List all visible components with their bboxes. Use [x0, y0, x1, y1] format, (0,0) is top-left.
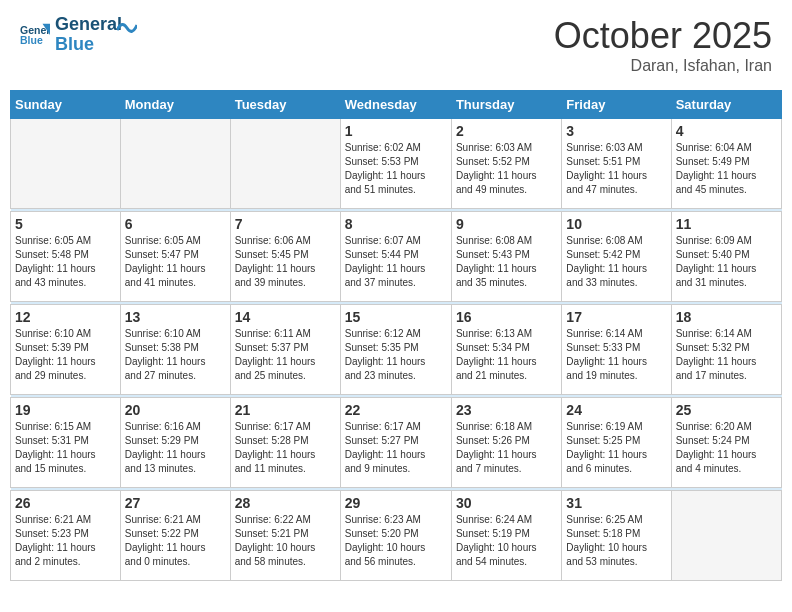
calendar-cell: 27Sunrise: 6:21 AM Sunset: 5:22 PM Dayli…: [120, 491, 230, 581]
weekday-header-sunday: Sunday: [11, 91, 121, 119]
location-subtitle: Daran, Isfahan, Iran: [554, 57, 772, 75]
day-info: Sunrise: 6:25 AM Sunset: 5:18 PM Dayligh…: [566, 513, 666, 569]
day-number: 6: [125, 216, 226, 232]
day-number: 21: [235, 402, 336, 418]
day-info: Sunrise: 6:09 AM Sunset: 5:40 PM Dayligh…: [676, 234, 777, 290]
day-number: 25: [676, 402, 777, 418]
calendar-cell: [671, 491, 781, 581]
day-info: Sunrise: 6:21 AM Sunset: 5:22 PM Dayligh…: [125, 513, 226, 569]
day-number: 2: [456, 123, 557, 139]
weekday-header-tuesday: Tuesday: [230, 91, 340, 119]
day-info: Sunrise: 6:10 AM Sunset: 5:38 PM Dayligh…: [125, 327, 226, 383]
calendar-week-1: 1Sunrise: 6:02 AM Sunset: 5:53 PM Daylig…: [11, 119, 782, 209]
day-info: Sunrise: 6:06 AM Sunset: 5:45 PM Dayligh…: [235, 234, 336, 290]
logo: General Blue General Blue: [20, 15, 137, 55]
calendar-week-2: 5Sunrise: 6:05 AM Sunset: 5:48 PM Daylig…: [11, 212, 782, 302]
day-info: Sunrise: 6:20 AM Sunset: 5:24 PM Dayligh…: [676, 420, 777, 476]
page-header: General Blue General Blue October 2025 D…: [10, 10, 782, 80]
svg-text:Blue: Blue: [20, 34, 43, 46]
calendar-cell: 7Sunrise: 6:06 AM Sunset: 5:45 PM Daylig…: [230, 212, 340, 302]
day-number: 4: [676, 123, 777, 139]
calendar-cell: [11, 119, 121, 209]
day-info: Sunrise: 6:05 AM Sunset: 5:48 PM Dayligh…: [15, 234, 116, 290]
calendar-cell: 9Sunrise: 6:08 AM Sunset: 5:43 PM Daylig…: [451, 212, 561, 302]
weekday-header-wednesday: Wednesday: [340, 91, 451, 119]
day-info: Sunrise: 6:02 AM Sunset: 5:53 PM Dayligh…: [345, 141, 447, 197]
calendar-cell: 20Sunrise: 6:16 AM Sunset: 5:29 PM Dayli…: [120, 398, 230, 488]
day-number: 15: [345, 309, 447, 325]
day-number: 17: [566, 309, 666, 325]
day-number: 28: [235, 495, 336, 511]
calendar-cell: 16Sunrise: 6:13 AM Sunset: 5:34 PM Dayli…: [451, 305, 561, 395]
title-section: October 2025 Daran, Isfahan, Iran: [554, 15, 772, 75]
day-number: 5: [15, 216, 116, 232]
calendar-cell: 26Sunrise: 6:21 AM Sunset: 5:23 PM Dayli…: [11, 491, 121, 581]
logo-wave-icon: [117, 20, 137, 45]
logo-blue: Blue: [55, 35, 122, 55]
day-info: Sunrise: 6:13 AM Sunset: 5:34 PM Dayligh…: [456, 327, 557, 383]
day-info: Sunrise: 6:12 AM Sunset: 5:35 PM Dayligh…: [345, 327, 447, 383]
day-info: Sunrise: 6:11 AM Sunset: 5:37 PM Dayligh…: [235, 327, 336, 383]
day-number: 24: [566, 402, 666, 418]
day-info: Sunrise: 6:08 AM Sunset: 5:43 PM Dayligh…: [456, 234, 557, 290]
day-info: Sunrise: 6:14 AM Sunset: 5:33 PM Dayligh…: [566, 327, 666, 383]
day-info: Sunrise: 6:04 AM Sunset: 5:49 PM Dayligh…: [676, 141, 777, 197]
day-info: Sunrise: 6:23 AM Sunset: 5:20 PM Dayligh…: [345, 513, 447, 569]
calendar-cell: 23Sunrise: 6:18 AM Sunset: 5:26 PM Dayli…: [451, 398, 561, 488]
day-number: 16: [456, 309, 557, 325]
logo-general: General: [55, 15, 122, 35]
weekday-header-row: SundayMondayTuesdayWednesdayThursdayFrid…: [11, 91, 782, 119]
day-number: 8: [345, 216, 447, 232]
day-info: Sunrise: 6:24 AM Sunset: 5:19 PM Dayligh…: [456, 513, 557, 569]
day-info: Sunrise: 6:17 AM Sunset: 5:28 PM Dayligh…: [235, 420, 336, 476]
calendar-cell: 3Sunrise: 6:03 AM Sunset: 5:51 PM Daylig…: [562, 119, 671, 209]
day-info: Sunrise: 6:03 AM Sunset: 5:52 PM Dayligh…: [456, 141, 557, 197]
calendar-cell: 12Sunrise: 6:10 AM Sunset: 5:39 PM Dayli…: [11, 305, 121, 395]
weekday-header-monday: Monday: [120, 91, 230, 119]
calendar-cell: [230, 119, 340, 209]
logo-icon: General Blue: [20, 20, 50, 50]
day-number: 18: [676, 309, 777, 325]
day-info: Sunrise: 6:03 AM Sunset: 5:51 PM Dayligh…: [566, 141, 666, 197]
calendar-cell: 13Sunrise: 6:10 AM Sunset: 5:38 PM Dayli…: [120, 305, 230, 395]
day-number: 31: [566, 495, 666, 511]
calendar-cell: 21Sunrise: 6:17 AM Sunset: 5:28 PM Dayli…: [230, 398, 340, 488]
day-info: Sunrise: 6:05 AM Sunset: 5:47 PM Dayligh…: [125, 234, 226, 290]
calendar-week-3: 12Sunrise: 6:10 AM Sunset: 5:39 PM Dayli…: [11, 305, 782, 395]
day-info: Sunrise: 6:18 AM Sunset: 5:26 PM Dayligh…: [456, 420, 557, 476]
calendar-cell: 1Sunrise: 6:02 AM Sunset: 5:53 PM Daylig…: [340, 119, 451, 209]
day-number: 29: [345, 495, 447, 511]
calendar-cell: 30Sunrise: 6:24 AM Sunset: 5:19 PM Dayli…: [451, 491, 561, 581]
calendar-cell: 29Sunrise: 6:23 AM Sunset: 5:20 PM Dayli…: [340, 491, 451, 581]
calendar-cell: 31Sunrise: 6:25 AM Sunset: 5:18 PM Dayli…: [562, 491, 671, 581]
weekday-header-thursday: Thursday: [451, 91, 561, 119]
day-number: 12: [15, 309, 116, 325]
day-info: Sunrise: 6:22 AM Sunset: 5:21 PM Dayligh…: [235, 513, 336, 569]
calendar-cell: 5Sunrise: 6:05 AM Sunset: 5:48 PM Daylig…: [11, 212, 121, 302]
day-number: 20: [125, 402, 226, 418]
calendar-cell: 11Sunrise: 6:09 AM Sunset: 5:40 PM Dayli…: [671, 212, 781, 302]
calendar-table: SundayMondayTuesdayWednesdayThursdayFrid…: [10, 90, 782, 581]
weekday-header-saturday: Saturday: [671, 91, 781, 119]
calendar-cell: 25Sunrise: 6:20 AM Sunset: 5:24 PM Dayli…: [671, 398, 781, 488]
calendar-cell: 8Sunrise: 6:07 AM Sunset: 5:44 PM Daylig…: [340, 212, 451, 302]
weekday-header-friday: Friday: [562, 91, 671, 119]
calendar-cell: 18Sunrise: 6:14 AM Sunset: 5:32 PM Dayli…: [671, 305, 781, 395]
day-number: 14: [235, 309, 336, 325]
day-info: Sunrise: 6:10 AM Sunset: 5:39 PM Dayligh…: [15, 327, 116, 383]
day-number: 7: [235, 216, 336, 232]
day-number: 23: [456, 402, 557, 418]
calendar-cell: 24Sunrise: 6:19 AM Sunset: 5:25 PM Dayli…: [562, 398, 671, 488]
calendar-week-5: 26Sunrise: 6:21 AM Sunset: 5:23 PM Dayli…: [11, 491, 782, 581]
day-number: 22: [345, 402, 447, 418]
day-number: 26: [15, 495, 116, 511]
day-info: Sunrise: 6:08 AM Sunset: 5:42 PM Dayligh…: [566, 234, 666, 290]
calendar-cell: 15Sunrise: 6:12 AM Sunset: 5:35 PM Dayli…: [340, 305, 451, 395]
calendar-cell: 19Sunrise: 6:15 AM Sunset: 5:31 PM Dayli…: [11, 398, 121, 488]
day-info: Sunrise: 6:15 AM Sunset: 5:31 PM Dayligh…: [15, 420, 116, 476]
calendar-cell: 14Sunrise: 6:11 AM Sunset: 5:37 PM Dayli…: [230, 305, 340, 395]
calendar-cell: 17Sunrise: 6:14 AM Sunset: 5:33 PM Dayli…: [562, 305, 671, 395]
calendar-cell: 22Sunrise: 6:17 AM Sunset: 5:27 PM Dayli…: [340, 398, 451, 488]
day-info: Sunrise: 6:17 AM Sunset: 5:27 PM Dayligh…: [345, 420, 447, 476]
day-number: 19: [15, 402, 116, 418]
